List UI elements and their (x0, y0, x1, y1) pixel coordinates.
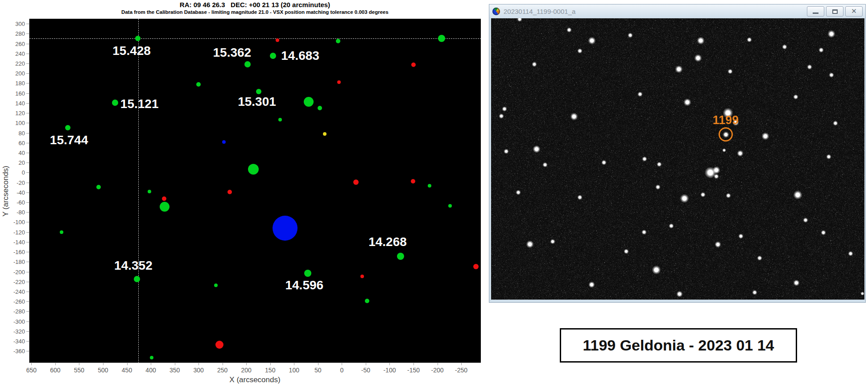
star (738, 234, 744, 239)
x-tick-label: 100 (284, 367, 304, 374)
chart-dot (337, 80, 341, 84)
x-tick-label: 350 (165, 367, 185, 374)
close-button[interactable]: ✕ (845, 6, 863, 17)
y-tick-mark (26, 123, 29, 123)
chart-dot (273, 216, 298, 241)
y-tick-mark (26, 83, 29, 83)
chart-dot (353, 179, 359, 185)
noise-background (491, 18, 864, 300)
star (827, 30, 835, 38)
chart-subtitle: Data from the Calibration Database - lim… (29, 9, 481, 15)
chart-dot (318, 106, 322, 110)
close-icon: ✕ (851, 8, 857, 15)
star (818, 47, 824, 53)
window-titlebar[interactable]: 20230114_1199-0001_a ✕ (489, 4, 865, 18)
star (793, 190, 802, 200)
x-tick-label: 150 (260, 367, 280, 374)
y-tick-mark (26, 133, 29, 134)
y-tick-mark (26, 232, 29, 233)
chart-dot (160, 202, 169, 212)
y-tick-mark (26, 311, 29, 312)
y-tick-mark (26, 103, 29, 104)
chart-dot (276, 38, 279, 42)
star (652, 265, 661, 275)
maximize-button[interactable] (826, 6, 843, 17)
fits-image: 1199 (491, 18, 864, 300)
chart-dot (150, 356, 153, 359)
star (637, 92, 643, 97)
chart-dot (438, 35, 445, 42)
x-tick-label: 200 (236, 367, 256, 374)
caption-box: 1199 Geldonia - 2023 01 14 (560, 328, 797, 363)
star (676, 291, 683, 297)
x-tick-mark (413, 363, 414, 365)
y-tick-mark (26, 73, 29, 74)
chart-dot (162, 196, 166, 201)
y-tick-mark (26, 63, 29, 64)
x-tick-mark (366, 363, 366, 365)
star (566, 27, 572, 33)
chart-dot (411, 63, 416, 67)
star (628, 33, 633, 38)
x-tick-label: -200 (428, 367, 447, 374)
chart-dot-label: 15.121 (108, 97, 171, 111)
x-tick-mark (461, 363, 462, 365)
y-tick-mark (26, 163, 29, 163)
star (715, 241, 721, 248)
x-tick-mark (389, 363, 390, 365)
y-tick-mark (26, 153, 29, 153)
x-tick-label: 250 (213, 367, 232, 374)
x-tick-label: -50 (356, 367, 376, 374)
crosshair-horizontal-line (29, 38, 481, 39)
x-tick-label: -250 (451, 367, 471, 374)
y-tick-mark (26, 192, 29, 193)
star (697, 37, 705, 45)
y-tick-mark (26, 33, 29, 34)
chart-dot (304, 270, 311, 277)
star (747, 37, 752, 42)
star (683, 98, 691, 106)
star (807, 64, 812, 70)
star (533, 145, 541, 153)
chart-dot (248, 164, 259, 175)
x-tick-mark (55, 363, 56, 365)
star (502, 106, 507, 112)
x-tick-label: 0 (332, 367, 351, 374)
x-tick-label: 300 (189, 367, 208, 374)
chart-dot (336, 39, 340, 43)
x-tick-mark (318, 363, 318, 365)
chart-dot (304, 97, 314, 107)
y-tick-mark (26, 301, 29, 302)
chart-dot (473, 264, 479, 269)
x-tick-mark (79, 363, 79, 365)
chart-dot (148, 190, 151, 193)
chart-dot (244, 61, 251, 67)
chart-dot (278, 118, 282, 121)
caption-text: 1199 Geldonia - 2023 01 14 (583, 337, 774, 354)
x-tick-label: 50 (308, 367, 328, 374)
x-tick-mark (294, 363, 294, 365)
star (752, 290, 757, 295)
star (550, 239, 555, 244)
x-tick-mark (175, 363, 175, 365)
star (737, 150, 744, 157)
x-tick-mark (198, 363, 199, 365)
chart-dot (256, 89, 261, 94)
x-tick-mark (151, 363, 151, 365)
star (848, 251, 853, 256)
chart-dot-label: 15.428 (100, 44, 163, 58)
chart-title: RA: 09 46 26.3 DEC: +00 21 13 (20 arcmin… (29, 1, 481, 8)
x-tick-label: 650 (21, 367, 41, 374)
star (761, 132, 769, 140)
star (829, 72, 834, 78)
chart-dot-label: 14.596 (273, 279, 335, 292)
star (588, 37, 596, 45)
star (803, 217, 808, 223)
chart-dot-label: 14.268 (356, 235, 419, 249)
star (680, 194, 689, 203)
minimize-button[interactable] (807, 6, 824, 17)
crosshair-vertical-line (138, 19, 139, 363)
window-title: 20230114_1199-0001_a (504, 8, 807, 15)
chart-dot-label: 15.744 (38, 134, 100, 147)
chart-dot (214, 284, 218, 287)
